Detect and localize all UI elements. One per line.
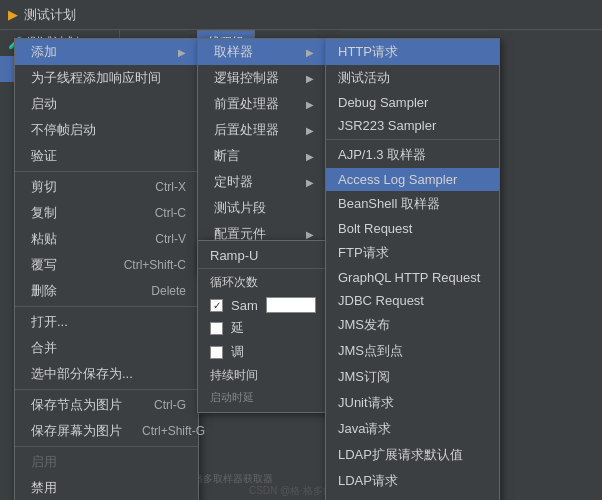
- menu-item-add-response-time[interactable]: 为子线程添加响应时间: [15, 65, 198, 91]
- submenu3-jdbc-request[interactable]: JDBC Request: [326, 289, 499, 312]
- submenu3-bolt-request[interactable]: Bolt Request: [326, 217, 499, 240]
- adjust-label: 调: [231, 343, 244, 361]
- shortcut: Ctrl-V: [155, 232, 186, 246]
- submenu3-java-request[interactable]: Java请求: [326, 416, 499, 442]
- submenu3-ajp13-sampler[interactable]: AJP/1.3 取样器: [326, 142, 499, 168]
- menu-label: 前置处理器: [214, 95, 279, 113]
- arrow-icon: ▶: [306, 177, 314, 188]
- menu-item-validate[interactable]: 验证: [15, 143, 198, 169]
- submenu3-ldap-ext-defaults[interactable]: LDAP扩展请求默认值: [326, 442, 499, 468]
- shortcut: Ctrl-X: [155, 180, 186, 194]
- menu-label: 保存屏幕为图片: [31, 422, 122, 440]
- delay-label: 延: [231, 319, 244, 337]
- submenu2-logic-ctrl[interactable]: 逻辑控制器 ▶: [198, 65, 326, 91]
- menu-label: 验证: [31, 147, 57, 165]
- separator4: [15, 446, 198, 447]
- arrow-icon: ▶: [306, 99, 314, 110]
- menu-label: 剪切: [31, 178, 57, 196]
- menu-item-paste[interactable]: 粘贴 Ctrl-V: [15, 226, 198, 252]
- menu-item-open[interactable]: 打开...: [15, 309, 198, 335]
- submenu3-debug-sampler[interactable]: Debug Sampler: [326, 91, 499, 114]
- menu-label: 测试活动: [338, 69, 390, 87]
- separator3: [15, 389, 198, 390]
- menu-label: 粘贴: [31, 230, 57, 248]
- menu-label: JSR223 Sampler: [338, 118, 436, 133]
- menu-label: 保存节点为图片: [31, 396, 122, 414]
- menu-item-overwrite[interactable]: 覆写 Ctrl+Shift-C: [15, 252, 198, 278]
- menu-label: 取样器: [214, 43, 253, 61]
- arrow-icon: ▶: [306, 229, 314, 240]
- menu-item-start[interactable]: 启动: [15, 91, 198, 117]
- menu-label: JMS订阅: [338, 368, 390, 386]
- menu-item-merge[interactable]: 合并: [15, 335, 198, 361]
- submenu3-junit-request[interactable]: JUnit请求: [326, 390, 499, 416]
- menu-label: 打开...: [31, 313, 68, 331]
- menu-label: 定时器: [214, 173, 253, 191]
- submenu2-assertion[interactable]: 断言 ▶: [198, 143, 326, 169]
- menu-label: 后置处理器: [214, 121, 279, 139]
- submenu2-timer[interactable]: 定时器 ▶: [198, 169, 326, 195]
- top-bar: ▶ 测试计划: [0, 0, 602, 30]
- separator2: [15, 306, 198, 307]
- submenu3-graphql-http-request[interactable]: GraphQL HTTP Request: [326, 266, 499, 289]
- arrow-icon: ▶: [306, 125, 314, 136]
- menu-label: JUnit请求: [338, 394, 394, 412]
- submenu-level3: HTTP请求 测试活动 Debug Sampler JSR223 Sampler…: [325, 38, 500, 500]
- menu-label: Java请求: [338, 420, 391, 438]
- arrow-icon: ▶: [306, 73, 314, 84]
- submenu2-samplers[interactable]: 取样器 ▶: [198, 39, 326, 65]
- submenu2-post-processor[interactable]: 后置处理器 ▶: [198, 117, 326, 143]
- menu-label: GraphQL HTTP Request: [338, 270, 480, 285]
- submenu2-pre-processor[interactable]: 前置处理器 ▶: [198, 91, 326, 117]
- submenu3-beanshell-sampler[interactable]: BeanShell 取样器: [326, 191, 499, 217]
- submenu3-jsr223-sampler[interactable]: JSR223 Sampler: [326, 114, 499, 137]
- separator: [15, 171, 198, 172]
- top-bar-title: 测试计划: [24, 6, 76, 24]
- menu-label: Access Log Sampler: [338, 172, 457, 187]
- menu-item-delete[interactable]: 删除 Delete: [15, 278, 198, 304]
- menu-label: JDBC Request: [338, 293, 424, 308]
- menu-label: 启用: [31, 453, 57, 471]
- menu-item-disable[interactable]: 禁用: [15, 475, 198, 500]
- submenu3-access-log-sampler[interactable]: Access Log Sampler: [326, 168, 499, 191]
- menu-label: 启动: [31, 95, 57, 113]
- shortcut: Ctrl-C: [155, 206, 186, 220]
- menu-item-enable: 启用: [15, 449, 198, 475]
- menu-item-save-node-img[interactable]: 保存节点为图片 Ctrl-G: [15, 392, 198, 418]
- menu-label: JMS点到点: [338, 342, 403, 360]
- menu-label: JMS发布: [338, 316, 390, 334]
- submenu3-jms-point-to-point[interactable]: JMS点到点: [326, 338, 499, 364]
- menu-item-copy[interactable]: 复制 Ctrl-C: [15, 200, 198, 226]
- menu-label: 为子线程添加响应时间: [31, 69, 161, 87]
- menu-item-add[interactable]: 添加 ▶: [15, 39, 198, 65]
- sam-input[interactable]: [266, 297, 316, 313]
- menu-item-add-label: 添加: [31, 43, 57, 61]
- menu-item-save-selection[interactable]: 选中部分保存为...: [15, 361, 198, 387]
- main-context-menu: 添加 ▶ 为子线程添加响应时间 启动 不停帧启动 验证 剪切 Ctrl-X 复制…: [14, 38, 199, 500]
- menu-label: 复制: [31, 204, 57, 222]
- menu-label: LDAP请求: [338, 472, 398, 490]
- checkbox-sam[interactable]: [210, 299, 223, 312]
- submenu3-ldap-request[interactable]: LDAP请求: [326, 468, 499, 494]
- menu-label: 选中部分保存为...: [31, 365, 133, 383]
- arrow-icon: ▶: [178, 47, 186, 58]
- submenu3-test-activity[interactable]: 测试活动: [326, 65, 499, 91]
- menu-label: Debug Sampler: [338, 95, 428, 110]
- checkbox-delay[interactable]: [210, 322, 223, 335]
- submenu3-http-request[interactable]: HTTP请求: [326, 39, 499, 65]
- menu-item-cut[interactable]: 剪切 Ctrl-X: [15, 174, 198, 200]
- submenu3-ftp-request[interactable]: FTP请求: [326, 240, 499, 266]
- menu-label: 删除: [31, 282, 57, 300]
- submenu2-test-fragment[interactable]: 测试片段: [198, 195, 326, 221]
- submenu3-os-process-sampler[interactable]: OS进程取样器: [326, 494, 499, 500]
- menu-item-save-screen-img[interactable]: 保存屏幕为图片 Ctrl+Shift-G: [15, 418, 198, 444]
- submenu3-jms-publish[interactable]: JMS发布: [326, 312, 499, 338]
- arrow-icon: ▶: [306, 151, 314, 162]
- menu-label: 测试片段: [214, 199, 266, 217]
- menu-label: BeanShell 取样器: [338, 195, 440, 213]
- checkbox-adjust[interactable]: [210, 346, 223, 359]
- menu-label: 逻辑控制器: [214, 69, 279, 87]
- menu-label: Bolt Request: [338, 221, 412, 236]
- menu-item-start-nopauses[interactable]: 不停帧启动: [15, 117, 198, 143]
- submenu3-jms-subscribe[interactable]: JMS订阅: [326, 364, 499, 390]
